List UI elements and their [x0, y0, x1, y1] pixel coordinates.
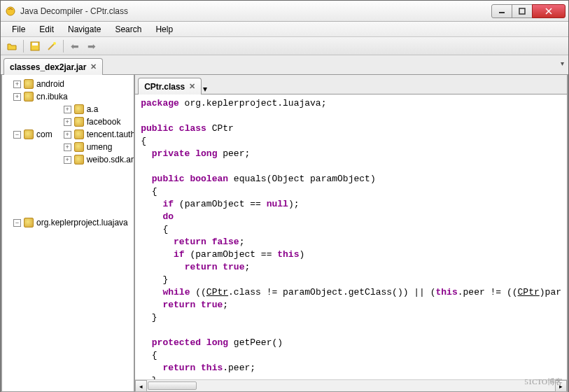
tree-label: com	[36, 128, 52, 141]
svg-point-0	[6, 7, 15, 15]
wand-icon[interactable]	[45, 39, 59, 53]
watermark: 51CTO博客	[524, 377, 563, 387]
forward-button[interactable]: ➡	[85, 39, 99, 53]
menu-edit[interactable]: Edit	[32, 23, 61, 36]
close-icon[interactable]: ✕	[90, 62, 97, 71]
collapse-icon[interactable]: −	[13, 219, 21, 227]
close-icon[interactable]: ✕	[189, 82, 195, 91]
scrollbar-thumb[interactable]	[148, 382, 197, 390]
separator	[63, 40, 64, 52]
scroll-left-icon[interactable]: ◂	[135, 380, 147, 392]
expand-icon[interactable]: +	[13, 93, 21, 101]
separator	[23, 40, 24, 52]
jar-tab-label: classes_dex2jar.jar	[10, 62, 86, 72]
tree-item[interactable]: −org.keplerproject.luajava	[13, 216, 128, 229]
menu-help[interactable]: Help	[148, 23, 180, 36]
expand-icon[interactable]: +	[64, 131, 71, 139]
toolbar: ⬅ ➡	[1, 37, 568, 55]
tree-item[interactable]: −com	[13, 128, 52, 141]
package-icon	[24, 79, 34, 89]
back-button[interactable]: ⬅	[68, 39, 82, 53]
save-icon[interactable]	[28, 39, 42, 53]
tree-label: umeng	[87, 141, 113, 153]
svg-rect-2	[519, 8, 525, 14]
arrow-right-icon: ➡	[87, 41, 96, 52]
tree-item[interactable]: +cn.ibuka	[13, 90, 68, 103]
expand-icon[interactable]: +	[64, 106, 71, 113]
maximize-button[interactable]	[512, 4, 533, 18]
tree-item[interactable]: +a.a	[64, 103, 99, 115]
package-icon	[74, 130, 84, 139]
tree-label: a.a	[87, 103, 99, 115]
menu-search[interactable]: Search	[108, 23, 148, 36]
tab-dropdown-icon[interactable]: ▾	[203, 84, 207, 94]
open-icon[interactable]	[5, 39, 19, 53]
jar-tab[interactable]: classes_dex2jar.jar ✕	[3, 58, 103, 75]
package-icon	[74, 142, 84, 152]
tree-label: android	[36, 78, 64, 90]
tab-dropdown-icon[interactable]: ▾	[561, 59, 564, 67]
tree-label: weibo.sdk.android	[87, 153, 136, 166]
tree-item[interactable]: +facebook	[64, 115, 121, 128]
editor-tab[interactable]: CPtr.class ✕	[138, 78, 202, 94]
window-title: Java Decompiler - CPtr.class	[20, 6, 492, 16]
tree-item[interactable]: +umeng	[64, 141, 113, 153]
tree-item[interactable]: +android	[13, 78, 64, 90]
svg-rect-4	[32, 43, 38, 46]
arrow-left-icon: ⬅	[71, 41, 79, 52]
horizontal-scrollbar[interactable]: ◂ ▸	[135, 379, 567, 391]
tree-label: cn.ibuka	[36, 90, 68, 103]
minimize-button[interactable]	[491, 4, 512, 18]
package-icon	[74, 117, 84, 127]
titlebar: Java Decompiler - CPtr.class	[1, 1, 568, 22]
tree-item[interactable]: +weibo.sdk.android	[64, 153, 136, 166]
expand-icon[interactable]: +	[64, 144, 71, 151]
code-editor[interactable]: package org.keplerproject.luajava; publi…	[135, 94, 567, 379]
svg-rect-1	[499, 12, 505, 13]
close-button[interactable]	[532, 4, 566, 18]
svg-point-5	[53, 42, 56, 45]
menubar: File Edit Navigate Search Help	[1, 22, 568, 37]
tree-label: facebook	[87, 115, 121, 128]
package-tree[interactable]: +android+cn.ibuka−com+a.a+facebook+tence…	[1, 75, 135, 392]
tree-label: tencent.tauth	[87, 128, 135, 141]
package-icon	[74, 104, 84, 114]
package-icon	[24, 218, 34, 227]
app-icon	[5, 6, 16, 17]
expand-icon[interactable]: +	[64, 118, 71, 126]
menu-file[interactable]: File	[5, 23, 32, 36]
collapse-icon[interactable]: −	[13, 131, 21, 139]
tree-item[interactable]: +tencent.tauth	[64, 128, 135, 141]
jar-tabstrip: classes_dex2jar.jar ✕ ▾	[1, 55, 568, 75]
editor-tab-label: CPtr.class	[144, 82, 185, 92]
package-icon	[24, 130, 34, 139]
editor-tabstrip: CPtr.class ✕ ▾	[135, 75, 567, 94]
expand-icon[interactable]: +	[64, 156, 71, 164]
tree-label: org.keplerproject.luajava	[36, 216, 128, 229]
package-icon	[24, 92, 34, 102]
expand-icon[interactable]: +	[13, 80, 21, 88]
menu-navigate[interactable]: Navigate	[61, 23, 108, 36]
package-icon	[74, 155, 84, 164]
